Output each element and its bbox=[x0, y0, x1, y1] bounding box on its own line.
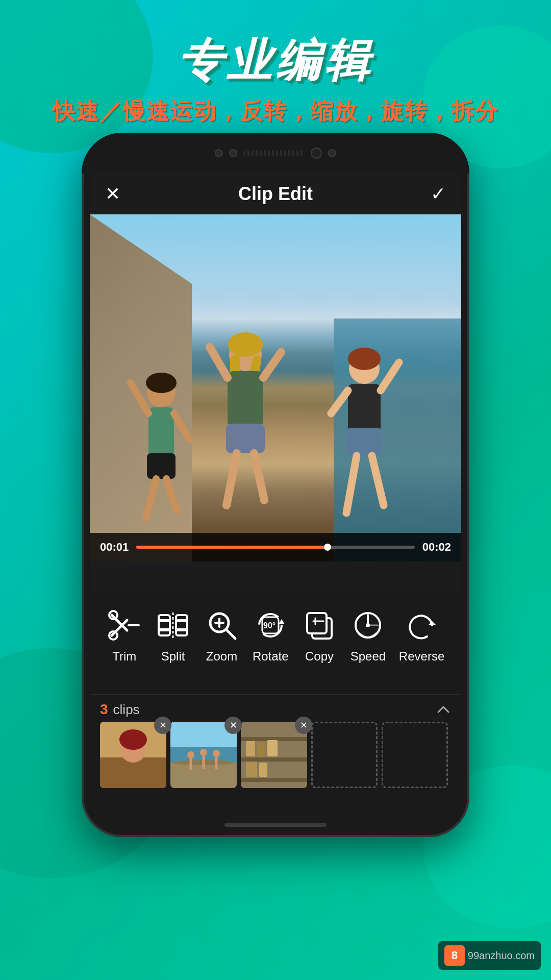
svg-line-25 bbox=[372, 456, 384, 505]
confirm-icon[interactable]: ✓ bbox=[431, 183, 446, 205]
svg-line-4 bbox=[131, 383, 148, 413]
svg-rect-72 bbox=[257, 742, 265, 756]
camera-dot-main bbox=[311, 148, 322, 159]
svg-rect-20 bbox=[348, 384, 381, 432]
rotate-label: Rotate bbox=[253, 649, 289, 664]
clip-thumbnail-3[interactable]: ✕ bbox=[241, 722, 307, 788]
svg-point-19 bbox=[348, 348, 381, 370]
phone-frame: ✕ Clip Edit ✓ bbox=[82, 133, 469, 837]
svg-line-24 bbox=[346, 456, 357, 513]
svg-marker-45 bbox=[279, 619, 285, 624]
svg-rect-13 bbox=[226, 424, 265, 453]
phone-home-bar bbox=[224, 823, 327, 827]
svg-line-17 bbox=[254, 453, 264, 500]
phone-mockup: ✕ Clip Edit ✓ bbox=[82, 133, 469, 847]
trim-label: Trim bbox=[112, 649, 136, 664]
timeline-handle[interactable] bbox=[324, 544, 331, 551]
svg-line-39 bbox=[226, 629, 235, 639]
svg-rect-12 bbox=[228, 371, 263, 427]
clip-empty-2[interactable] bbox=[382, 722, 448, 788]
clip-thumbnail-1[interactable]: ✕ bbox=[100, 722, 166, 788]
timeline-bar[interactable]: 00:01 00:02 bbox=[90, 533, 461, 561]
speed-label: Speed bbox=[350, 649, 386, 664]
svg-rect-32 bbox=[159, 619, 170, 622]
timeline-progress bbox=[136, 546, 331, 549]
person-figure-1 bbox=[131, 368, 192, 531]
camera-dot-1 bbox=[215, 149, 223, 157]
close-icon[interactable]: ✕ bbox=[105, 183, 120, 205]
rotate-tool[interactable]: 90° Rotate bbox=[253, 607, 289, 664]
bottom-toolbar: Trim bbox=[90, 592, 461, 806]
header-section: 专业编辑 快速／慢速运动，反转，缩放，旋转，拆分 bbox=[0, 31, 551, 127]
camera-dot-3 bbox=[328, 149, 336, 157]
svg-point-51 bbox=[366, 623, 370, 627]
video-preview: 00:01 00:02 bbox=[90, 214, 461, 561]
split-tool[interactable]: Split bbox=[155, 607, 191, 664]
copy-tool[interactable]: Copy bbox=[302, 607, 337, 664]
time-end: 00:02 bbox=[422, 541, 451, 554]
svg-text:90°: 90° bbox=[263, 621, 276, 630]
svg-point-62 bbox=[187, 751, 194, 758]
svg-rect-71 bbox=[246, 741, 255, 756]
svg-rect-36 bbox=[176, 628, 187, 631]
svg-rect-35 bbox=[176, 619, 187, 622]
person-figure-2 bbox=[207, 327, 284, 521]
person-figure-3 bbox=[329, 342, 400, 526]
svg-line-23 bbox=[331, 390, 348, 413]
trim-icon bbox=[107, 607, 142, 643]
svg-rect-74 bbox=[246, 762, 257, 777]
reverse-label: Reverse bbox=[399, 649, 444, 664]
tool-buttons-row: Trim bbox=[90, 592, 461, 674]
zoom-tool[interactable]: Zoom bbox=[204, 607, 240, 664]
svg-rect-70 bbox=[241, 778, 307, 782]
watermark-logo-text: 8 bbox=[452, 949, 458, 962]
watermark-logo: 8 bbox=[444, 945, 465, 966]
clip-close-3[interactable]: ✕ bbox=[295, 717, 312, 734]
reverse-tool[interactable]: Reverse bbox=[399, 607, 444, 664]
svg-rect-75 bbox=[259, 763, 267, 777]
svg-line-6 bbox=[146, 479, 156, 518]
split-icon bbox=[155, 607, 191, 643]
timeline-track[interactable] bbox=[136, 546, 414, 549]
svg-line-7 bbox=[166, 479, 177, 510]
speed-icon bbox=[350, 607, 386, 643]
clip-close-1[interactable]: ✕ bbox=[154, 717, 171, 734]
svg-rect-47 bbox=[307, 613, 327, 633]
svg-rect-69 bbox=[241, 757, 307, 762]
clip-close-2[interactable]: ✕ bbox=[224, 717, 242, 734]
zoom-label: Zoom bbox=[206, 649, 237, 664]
clips-count: 3 bbox=[100, 701, 108, 718]
phone-screen: ✕ Clip Edit ✓ bbox=[90, 174, 461, 806]
svg-point-1 bbox=[146, 373, 177, 393]
svg-line-22 bbox=[381, 362, 399, 390]
svg-rect-73 bbox=[267, 740, 278, 756]
screen-title: Clip Edit bbox=[238, 183, 313, 205]
clip-thumbnail-2[interactable]: ✕ bbox=[170, 722, 237, 788]
trim-tool[interactable]: Trim bbox=[107, 607, 142, 664]
svg-point-56 bbox=[119, 729, 147, 750]
time-start: 00:01 bbox=[100, 541, 129, 554]
copy-label: Copy bbox=[305, 649, 334, 664]
zoom-icon bbox=[204, 607, 240, 643]
watermark-box: 8 99anzhuo.com bbox=[438, 941, 541, 970]
svg-line-5 bbox=[174, 413, 189, 439]
watermark: 8 99anzhuo.com bbox=[438, 941, 541, 970]
clips-header: 3 clips bbox=[90, 695, 461, 722]
svg-point-66 bbox=[213, 750, 220, 757]
svg-rect-31 bbox=[159, 615, 170, 635]
phone-notch bbox=[82, 133, 469, 174]
watermark-site: 99anzhuo.com bbox=[468, 950, 535, 962]
beach-scene bbox=[90, 214, 461, 561]
clip-edit-header: ✕ Clip Edit ✓ bbox=[90, 174, 461, 214]
rotate-icon: 90° bbox=[253, 607, 288, 643]
svg-rect-3 bbox=[147, 453, 176, 479]
app-title: 专业编辑 bbox=[0, 31, 551, 91]
clip-empty-1[interactable] bbox=[311, 722, 378, 788]
svg-marker-52 bbox=[428, 621, 436, 625]
svg-line-16 bbox=[227, 453, 237, 505]
clips-row: ✕ bbox=[90, 722, 461, 788]
svg-line-15 bbox=[263, 352, 281, 378]
copy-icon bbox=[302, 607, 337, 643]
speaker-grille bbox=[243, 150, 305, 156]
speed-tool[interactable]: Speed bbox=[350, 607, 386, 664]
